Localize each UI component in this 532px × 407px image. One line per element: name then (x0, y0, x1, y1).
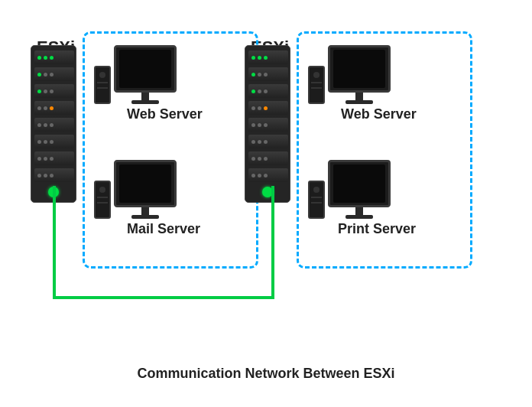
left-mail-server-label: Mail Server (127, 221, 200, 237)
caption: Communication Network Between ESXi (137, 366, 394, 382)
left-web-server-computer (94, 45, 177, 104)
right-print-server-computer (308, 160, 391, 219)
left-mail-server-computer (94, 160, 177, 219)
right-web-server-label: Web Server (341, 106, 417, 122)
server-rack-left (31, 45, 76, 203)
right-web-server-computer (308, 45, 391, 104)
line-left-vertical (53, 186, 56, 299)
server-rack-right (245, 45, 290, 203)
diagram: ESXi ESXi (14, 16, 518, 391)
left-web-server-label: Web Server (127, 106, 203, 122)
line-right-vertical (271, 186, 274, 299)
right-print-server-label: Print Server (338, 221, 416, 237)
line-horizontal (53, 296, 274, 299)
